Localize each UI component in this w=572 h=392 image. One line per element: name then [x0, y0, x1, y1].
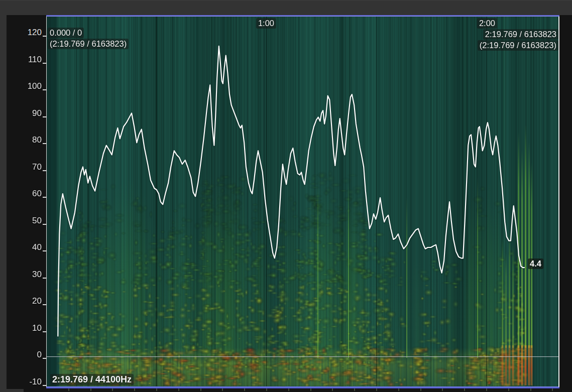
time-minor-tick: [178, 388, 179, 391]
gutter-corner: [7, 389, 24, 392]
y-axis-tick-mark: [43, 63, 46, 64]
y-axis-tick-mark: [43, 116, 46, 117]
status-bar-readout: 2:19.769 / 44100Hz: [50, 374, 134, 385]
time-label-2-00: 2:00: [477, 18, 497, 29]
time-minor-tick: [332, 388, 333, 391]
time-minor-tick: [508, 388, 509, 391]
app-window: 1201101009080706050403020100-10 1:00 2:0…: [0, 0, 572, 392]
duration-readout: 2:19.769 / 6163823: [483, 29, 558, 40]
y-axis-tick-mark: [43, 197, 46, 198]
time-label-1-00: 1:00: [256, 18, 276, 29]
y-axis-tick-label: 40: [7, 242, 42, 252]
window-top-strip: [0, 0, 572, 15]
time-minor-tick: [530, 388, 531, 391]
pane-border-right: [558, 17, 559, 387]
time-minor-tick: [200, 388, 201, 391]
play-position-readout: 0.000 / 0: [48, 28, 84, 38]
time-minor-tick: [420, 388, 421, 391]
pane-border-left: [46, 17, 47, 387]
y-axis-tick-label: 70: [7, 162, 42, 172]
time-minor-tick: [244, 388, 245, 391]
y-axis-tick-mark: [43, 304, 46, 305]
y-axis-tick-mark: [43, 331, 46, 332]
y-axis-tick-mark: [43, 278, 46, 279]
time-minor-tick: [288, 388, 289, 391]
time-minor-tick: [486, 388, 487, 391]
time-minor-tick: [112, 388, 113, 391]
y-axis-tick-label: -10: [7, 377, 42, 387]
time-minor-tick: [68, 388, 69, 391]
y-axis-tick-mark: [43, 143, 46, 144]
time-minor-tick: [552, 388, 553, 391]
y-axis-tick-mark: [43, 36, 46, 37]
time-minor-tick: [134, 388, 135, 391]
selection-readout-left: (2:19.769 / 6163823): [48, 39, 129, 49]
y-axis-tick-label: 10: [7, 323, 42, 333]
time-minor-tick: [442, 388, 443, 391]
y-axis-tick-label: 100: [7, 81, 42, 91]
y-axis-tick-mark: [43, 358, 46, 359]
y-axis-tick-label: 30: [7, 270, 42, 280]
time-minor-tick: [310, 388, 311, 391]
time-minor-tick: [266, 388, 267, 391]
y-axis-tick-label: 90: [7, 108, 42, 118]
y-axis-tick-label: 120: [7, 28, 42, 38]
y-axis-tick-label: 80: [7, 135, 42, 145]
pane-focus-border-bottom: [46, 386, 559, 388]
time-minor-tick: [376, 388, 377, 391]
y-axis-tick-label: 60: [7, 189, 42, 199]
time-minor-tick: [464, 388, 465, 391]
y-axis-tick-mark: [43, 250, 46, 251]
selection-readout-right: (2:19.769 / 6163823): [478, 40, 558, 51]
y-axis-tick-label: 50: [7, 216, 42, 226]
time-minor-tick: [354, 388, 355, 391]
time-minor-tick: [156, 388, 157, 391]
time-minor-tick: [222, 388, 223, 391]
time-minor-tick: [90, 388, 91, 391]
curve-end-value-label: 4.4: [528, 258, 543, 269]
pane-focus-border-top: [46, 15, 559, 17]
y-axis-tick-label: 20: [7, 296, 42, 306]
y-axis-tick-label: 110: [7, 55, 42, 65]
spectrogram-canvas[interactable]: [47, 17, 559, 387]
y-axis-tick-label: 0: [7, 350, 42, 360]
time-minor-tick: [398, 388, 399, 391]
y-axis-tick-mark: [43, 89, 46, 90]
y-axis-tick-mark: [43, 170, 46, 171]
y-axis-tick-mark: [43, 224, 46, 225]
y-axis-tick-mark: [43, 385, 46, 386]
